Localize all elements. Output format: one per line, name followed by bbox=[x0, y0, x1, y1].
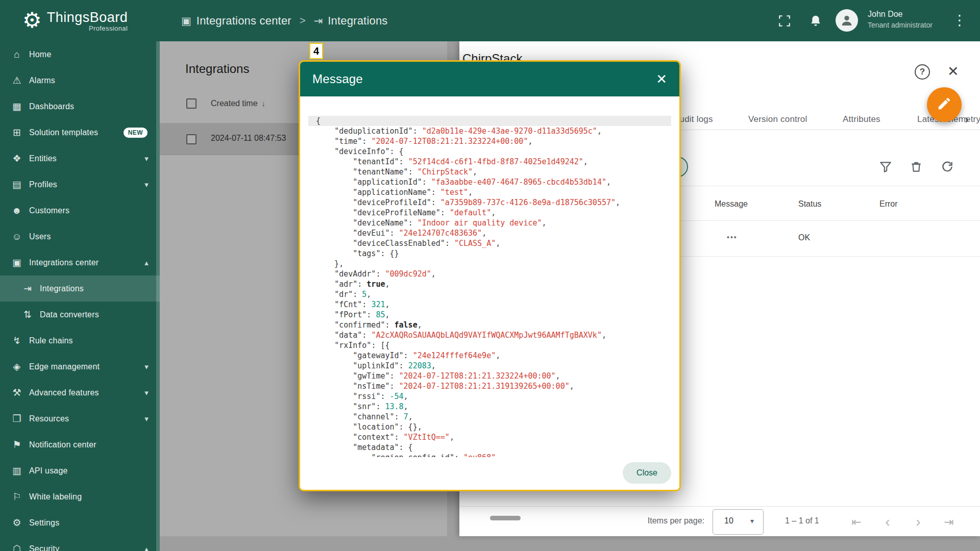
user-info[interactable]: John Doe Tenant administrator bbox=[868, 9, 954, 30]
dialog-title: Message bbox=[312, 72, 656, 86]
sidebar-scrollbar[interactable] bbox=[156, 41, 160, 551]
tab-version-control[interactable]: Version control bbox=[748, 109, 807, 130]
notifications-bell-icon[interactable] bbox=[808, 14, 823, 28]
sidebar-item-label: Users bbox=[29, 232, 51, 241]
sidebar-item-data-converters[interactable]: ⇅Data converters bbox=[0, 302, 160, 328]
sidebar-item-alarms[interactable]: ⚠Alarms bbox=[0, 67, 160, 93]
breadcrumb-separator: > bbox=[300, 15, 306, 27]
items-per-page-select[interactable]: 10 ▾ bbox=[713, 509, 764, 535]
sidebar-item-integrations[interactable]: ⇥Integrations bbox=[0, 276, 160, 302]
solution-templates-icon: ⊞ bbox=[11, 127, 23, 138]
integrations-icon: ⇥ bbox=[21, 283, 34, 294]
json-line: "uplinkId": 22083, bbox=[308, 361, 671, 371]
sidebar-item-label: Security bbox=[29, 544, 59, 551]
next-page-button[interactable]: › bbox=[910, 513, 927, 531]
fullscreen-icon[interactable] bbox=[777, 14, 792, 28]
new-badge: NEW bbox=[124, 128, 148, 138]
json-line: "location": {}, bbox=[308, 422, 671, 432]
first-page-button[interactable]: ⇤ bbox=[848, 513, 865, 531]
sidebar-item-integrations-center[interactable]: ▣Integrations center▴ bbox=[0, 249, 160, 276]
sidebar-item-label: Rule chains bbox=[29, 336, 73, 345]
sidebar-item-resources[interactable]: ❒Resources▾ bbox=[0, 406, 160, 432]
json-line: }, bbox=[308, 259, 671, 269]
user-role: Tenant administrator bbox=[868, 20, 954, 30]
notification-center-icon: ⚑ bbox=[11, 439, 23, 450]
close-details-icon[interactable]: ✕ bbox=[947, 64, 959, 79]
sidebar-item-security[interactable]: ☖Security▴ bbox=[0, 536, 160, 551]
white-labeling-icon: ⚐ bbox=[11, 491, 23, 503]
annotation-marker-4: 4 bbox=[309, 43, 323, 59]
sidebar-item-users[interactable]: ☺Users bbox=[0, 223, 160, 249]
close-button[interactable]: Close bbox=[623, 462, 671, 484]
trash-icon[interactable] bbox=[910, 160, 923, 173]
json-line: "deviceProfileName": "default", bbox=[308, 208, 671, 218]
edge-management-icon: ◈ bbox=[11, 361, 23, 372]
sidebar-item-white-labeling[interactable]: ⚐White labeling bbox=[0, 484, 160, 510]
json-line: "metadata": { bbox=[308, 442, 671, 453]
avatar[interactable] bbox=[836, 9, 858, 32]
horizontal-scrollbar-thumb[interactable] bbox=[490, 516, 521, 520]
top-header: ⚙ ThingsBoard Professional ▣ Integration… bbox=[0, 0, 980, 41]
json-line: "deduplicationId": "d2a0b11e-429e-43ae-9… bbox=[308, 126, 671, 136]
sidebar: ⌂Home⚠Alarms▦Dashboards⊞Solution templat… bbox=[0, 41, 160, 551]
last-page-button[interactable]: ⇥ bbox=[940, 513, 958, 531]
dashboards-icon: ▦ bbox=[11, 101, 23, 112]
message-more-icon[interactable]: ••• bbox=[727, 233, 738, 241]
json-line: "tags": {} bbox=[308, 248, 671, 259]
sidebar-item-entities[interactable]: ❖Entities▾ bbox=[0, 145, 160, 171]
items-per-page-value: 10 bbox=[724, 516, 733, 525]
json-line: "dr": 5, bbox=[308, 289, 671, 299]
chevron-down-icon: ▾ bbox=[144, 414, 149, 423]
chevron-down-icon: ▾ bbox=[750, 517, 754, 525]
edit-fab-button[interactable] bbox=[927, 87, 962, 122]
sidebar-item-rule-chains[interactable]: ↯Rule chains bbox=[0, 328, 160, 354]
sidebar-item-home[interactable]: ⌂Home bbox=[0, 41, 160, 67]
thingsboard-logo[interactable]: ⚙ ThingsBoard Professional bbox=[22, 6, 128, 35]
dialog-close-icon[interactable]: ✕ bbox=[656, 72, 667, 86]
sidebar-item-solution-templates[interactable]: ⊞Solution templatesNEW bbox=[0, 119, 160, 145]
divider bbox=[459, 506, 980, 507]
user-name: John Doe bbox=[868, 9, 954, 20]
resources-icon: ❒ bbox=[11, 413, 23, 424]
sidebar-item-label: Alarms bbox=[29, 76, 55, 85]
previous-page-button[interactable]: ‹ bbox=[879, 513, 896, 531]
breadcrumb-integrations-center[interactable]: Integrations center bbox=[197, 14, 291, 28]
sidebar-item-advanced-features[interactable]: ⚒Advanced features▾ bbox=[0, 380, 160, 406]
json-line: "tenantName": "ChirpStack", bbox=[308, 167, 671, 177]
sidebar-item-profiles[interactable]: ▤Profiles▾ bbox=[0, 171, 160, 197]
status-value: OK bbox=[798, 233, 810, 242]
sidebar-item-label: Integrations bbox=[40, 284, 84, 293]
sidebar-item-customers[interactable]: ☻Customers bbox=[0, 197, 160, 223]
breadcrumb-integrations[interactable]: Integrations bbox=[328, 14, 387, 28]
json-line: "adr": true, bbox=[308, 279, 671, 289]
filter-icon[interactable] bbox=[879, 160, 892, 173]
json-line: { bbox=[308, 116, 671, 126]
json-line: "rssi": -54, bbox=[308, 391, 671, 402]
sidebar-item-label: Resources bbox=[29, 414, 69, 423]
profiles-icon: ▤ bbox=[11, 179, 23, 190]
sidebar-item-edge-management[interactable]: ◈Edge management▾ bbox=[0, 354, 160, 380]
integrations-center-icon: ▣ bbox=[181, 15, 191, 27]
json-line: "deviceProfileId": "a7359b89-737c-4126-8… bbox=[308, 197, 671, 208]
entities-icon: ❖ bbox=[11, 153, 23, 164]
column-message: Message bbox=[715, 195, 748, 213]
sidebar-item-label: API usage bbox=[29, 466, 68, 475]
integrations-center-icon: ▣ bbox=[11, 257, 23, 268]
sidebar-item-api-usage[interactable]: ▥API usage bbox=[0, 458, 160, 484]
tab-scroll-right-icon[interactable]: › bbox=[965, 109, 969, 130]
sidebar-item-label: Advanced features bbox=[29, 388, 99, 397]
json-line: "time": "2024-07-12T08:21:21.323224+00:0… bbox=[308, 136, 671, 146]
json-line: "channel": 7, bbox=[308, 412, 671, 422]
json-line: "devEui": "24e124707c483636", bbox=[308, 228, 671, 238]
tab-attributes[interactable]: Attributes bbox=[843, 109, 880, 130]
home-icon: ⌂ bbox=[11, 49, 23, 60]
kebab-menu-icon[interactable]: ⋮ bbox=[952, 12, 967, 29]
json-line: "gatewayId": "24e124fffef64e9e", bbox=[308, 350, 671, 361]
sidebar-item-dashboards[interactable]: ▦Dashboards bbox=[0, 93, 160, 119]
sidebar-item-notification-center[interactable]: ⚑Notification center bbox=[0, 432, 160, 458]
json-line: "confirmed": false, bbox=[308, 320, 671, 330]
help-icon[interactable]: ? bbox=[915, 64, 930, 80]
refresh-icon[interactable] bbox=[941, 160, 954, 173]
sidebar-item-settings[interactable]: ⚙Settings bbox=[0, 510, 160, 536]
message-json-viewer[interactable]: { "deduplicationId": "d2a0b11e-429e-43ae… bbox=[300, 96, 679, 491]
